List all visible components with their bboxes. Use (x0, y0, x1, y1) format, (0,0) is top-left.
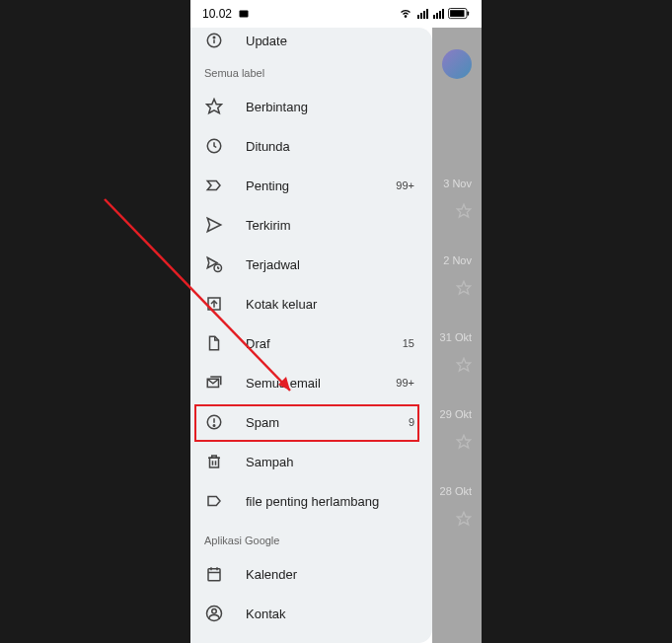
svg-rect-6 (433, 15, 435, 19)
drawer-count: 99+ (396, 179, 414, 191)
svg-rect-7 (436, 13, 438, 19)
clock-icon (204, 136, 224, 156)
wifi-icon (399, 8, 412, 20)
star-icon (456, 357, 472, 373)
section-header-labels: Semua label (190, 53, 432, 87)
bg-date: 28 Okt (440, 485, 472, 497)
drawer-label: Ditunda (246, 139, 418, 154)
drawer-item-scheduled[interactable]: Terjadwal (190, 245, 432, 284)
star-icon (456, 280, 472, 296)
svg-rect-5 (426, 9, 428, 19)
drawer-item-drafts[interactable]: Draf 15 (190, 323, 432, 363)
signal-icon-2 (432, 8, 444, 20)
drawer-count: 99+ (396, 377, 414, 389)
stacked-mail-icon (204, 373, 224, 393)
drawer-label: Terjadwal (246, 257, 418, 272)
svg-marker-15 (457, 358, 470, 371)
svg-marker-17 (457, 512, 470, 525)
drawer-item-snoozed[interactable]: Ditunda (190, 126, 432, 166)
svg-marker-13 (457, 204, 470, 217)
navigation-drawer: Update Semua label Berbintang Ditunda Pe… (190, 28, 432, 643)
status-time: 10.02 (202, 7, 232, 21)
svg-marker-16 (457, 435, 470, 448)
drawer-item-important[interactable]: Penting 99+ (190, 166, 432, 205)
svg-rect-3 (420, 13, 422, 19)
drawer-item-trash[interactable]: Sampah (190, 442, 432, 481)
svg-marker-23 (207, 218, 221, 232)
info-icon (204, 31, 224, 50)
drawer-item-update[interactable]: Update (190, 28, 432, 53)
drawer-label: Draf (246, 336, 403, 351)
svg-rect-4 (423, 11, 425, 19)
bg-date: 2 Nov (443, 254, 472, 266)
bg-date: 29 Okt (440, 408, 472, 420)
trash-icon (204, 452, 224, 471)
drawer-item-spam[interactable]: Spam 9 (190, 402, 432, 442)
svg-point-20 (213, 36, 215, 38)
scheduled-send-icon (204, 254, 224, 274)
document-icon (204, 333, 224, 353)
section-header-apps: Aplikasi Google (190, 521, 432, 554)
drawer-item-outbox[interactable]: Kotak keluar (190, 284, 432, 323)
drawer-count: 15 (403, 337, 414, 349)
phone-frame: 10.02 3 Nov 2 Nov (190, 0, 482, 643)
bg-date: 3 Nov (443, 178, 472, 189)
drawer-label: Penting (246, 179, 396, 193)
svg-rect-12 (467, 11, 469, 15)
drawer-item-sent[interactable]: Terkirim (190, 205, 432, 245)
status-bar: 10.02 (190, 0, 482, 28)
star-outline-icon (204, 97, 224, 116)
svg-rect-2 (417, 15, 419, 19)
battery-icon (448, 8, 470, 20)
avatar (442, 49, 472, 79)
star-icon (456, 203, 472, 219)
important-icon (204, 176, 224, 195)
svg-marker-21 (207, 100, 222, 113)
bg-date: 31 Okt (440, 331, 472, 343)
drawer-label: Kalender (246, 567, 418, 582)
svg-marker-24 (207, 257, 217, 268)
drawer-count: 9 (409, 416, 414, 428)
svg-point-40 (212, 609, 217, 614)
drawer-label: Terkirim (246, 218, 418, 233)
drawer-label: file penting herlambang (246, 494, 418, 509)
drawer-label: Kontak (246, 607, 418, 621)
signal-icon (416, 8, 428, 20)
star-icon (456, 434, 472, 450)
svg-rect-0 (240, 11, 249, 18)
calendar-icon (204, 564, 224, 584)
svg-rect-11 (450, 10, 464, 17)
drawer-label: Berbintang (246, 100, 418, 114)
drawer-label: Semua email (246, 376, 396, 391)
star-icon (456, 511, 472, 527)
contact-icon (204, 604, 224, 623)
svg-marker-14 (457, 281, 470, 294)
spam-icon (204, 412, 224, 432)
drawer-label: Sampah (246, 455, 418, 469)
drawer-item-starred[interactable]: Berbintang (190, 87, 432, 126)
send-icon (204, 215, 224, 235)
label-icon (204, 491, 224, 511)
drawer-label: Spam (246, 415, 409, 430)
svg-rect-8 (439, 11, 441, 19)
svg-rect-9 (442, 9, 444, 19)
drawer-item-allmail[interactable]: Semua email 99+ (190, 363, 432, 402)
svg-point-31 (213, 425, 215, 427)
drawer-item-contacts[interactable]: Kontak (190, 594, 432, 633)
svg-rect-36 (208, 569, 220, 581)
outbox-icon (204, 294, 224, 314)
drawer-item-calendar[interactable]: Kalender (190, 554, 432, 594)
drawer-item-custom-label[interactable]: file penting herlambang (190, 481, 432, 521)
drawer-label: Kotak keluar (246, 297, 418, 312)
svg-point-1 (405, 16, 407, 18)
svg-rect-32 (210, 458, 219, 467)
drawer-label: Update (246, 34, 418, 48)
notification-icon (238, 8, 250, 20)
